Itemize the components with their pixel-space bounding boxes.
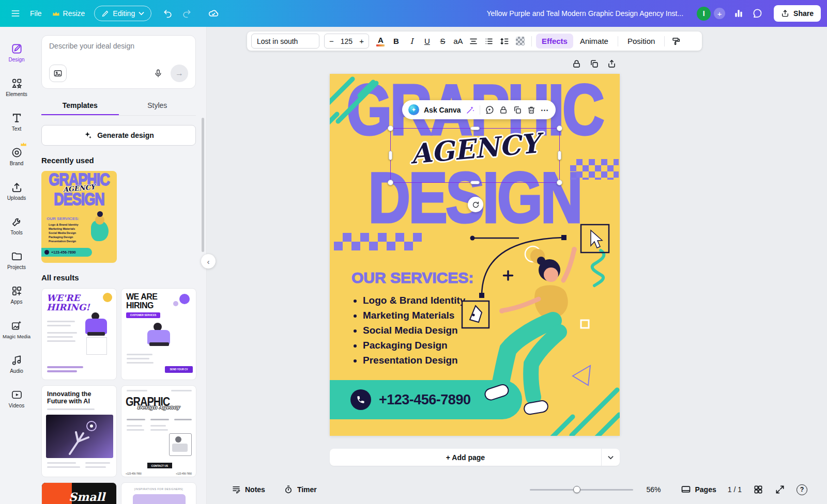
font-family-selector[interactable]: Lost in south <box>251 34 319 49</box>
font-size-value[interactable]: 125 <box>339 37 355 45</box>
text-case-button[interactable]: aA <box>451 34 465 49</box>
selection-handle-se[interactable] <box>557 180 562 185</box>
sidebar-item-audio[interactable]: Audio <box>1 348 32 381</box>
thumb-title: Innovating the Future with AI <box>47 390 109 405</box>
delete-icon[interactable] <box>527 105 536 115</box>
animate-button[interactable]: Animate <box>575 34 614 49</box>
decrease-font-button[interactable]: − <box>325 37 339 45</box>
underline-button[interactable]: U <box>420 34 434 49</box>
add-image-button[interactable] <box>49 65 67 82</box>
sidebar-item-elements[interactable]: Elements <box>1 71 32 104</box>
duplicate-page-button[interactable] <box>589 59 599 69</box>
grid-view-button[interactable] <box>753 484 763 495</box>
tab-styles[interactable]: Styles <box>119 96 196 115</box>
submit-prompt-button[interactable]: → <box>171 65 188 82</box>
template-thumbnail-hiring-1[interactable]: WE'RE HIRING! <box>41 288 117 380</box>
decor <box>127 429 144 431</box>
rotate-icon <box>472 201 480 209</box>
strikethrough-button[interactable]: S <box>436 34 450 49</box>
italic-button[interactable]: I <box>405 34 419 49</box>
template-thumbnail-inspirations[interactable]: [INSPIRATIONS FOR DESIGNERS] <box>121 482 196 504</box>
template-thumbnail-recent[interactable]: GRAPHIC DESIGN AGENCY OUR SERVICES: Logo… <box>41 171 117 263</box>
insights-button[interactable] <box>729 4 748 23</box>
template-thumbnail-ai[interactable]: Innovating the Future with AI <box>41 385 117 477</box>
transparency-button[interactable] <box>513 34 527 49</box>
tab-templates[interactable]: Templates <box>41 96 119 115</box>
selection-handle-e[interactable] <box>558 151 561 160</box>
add-member-button[interactable]: + <box>714 8 725 19</box>
resize-button[interactable]: Resize <box>47 5 90 22</box>
avatar[interactable]: I <box>697 7 711 21</box>
sidebar-item-design[interactable]: Design <box>1 36 32 69</box>
pages-button[interactable]: Pages <box>681 484 716 495</box>
zoom-track[interactable] <box>530 489 633 491</box>
duplicate-icon[interactable] <box>513 105 522 115</box>
magic-wand-icon[interactable] <box>466 105 475 115</box>
text-align-button[interactable] <box>467 34 481 49</box>
lock-page-button[interactable] <box>572 59 581 69</box>
effects-button[interactable]: Effects <box>536 34 573 49</box>
zoom-handle[interactable] <box>573 486 580 493</box>
spacing-button[interactable] <box>498 34 512 49</box>
selection-handle-nw[interactable] <box>388 125 393 131</box>
export-page-button[interactable] <box>607 59 617 69</box>
sidebar-item-brand[interactable]: Brand <box>1 140 32 173</box>
document-title[interactable]: Yellow Purple and Teal Modern Graphic De… <box>487 9 684 18</box>
divider <box>531 36 532 46</box>
template-thumbnail-bw-agency[interactable]: GRAPHIC Design Agency CONTACT US +123-45… <box>121 385 196 477</box>
design-page[interactable]: GRAPHIC DESIGN OUR SERVICES: Logo & Bran… <box>330 74 620 436</box>
sidebar-item-tools[interactable]: Tools <box>1 209 32 242</box>
selection-handle-ne[interactable] <box>557 125 562 131</box>
help-button[interactable]: ? <box>797 484 807 495</box>
sidebar-item-uploads[interactable]: Uploads <box>1 175 32 208</box>
lock-icon[interactable] <box>499 105 508 115</box>
increase-font-button[interactable]: + <box>355 37 369 45</box>
panel-scrollbar[interactable] <box>202 118 204 252</box>
list-button[interactable] <box>482 34 496 49</box>
notes-button[interactable]: Notes <box>232 485 265 494</box>
zoom-slider[interactable] <box>530 484 633 495</box>
comments-button[interactable] <box>748 4 767 23</box>
template-thumbnail-small[interactable]: Small <box>41 482 117 504</box>
share-button[interactable]: Share <box>774 5 821 22</box>
save-status-button[interactable] <box>204 4 223 23</box>
selection-box[interactable] <box>390 128 560 183</box>
editing-mode-dropdown[interactable]: Editing <box>94 6 151 21</box>
prompt-actions: → <box>49 65 188 82</box>
decor <box>127 358 149 359</box>
selection-handle-w[interactable] <box>389 151 392 160</box>
ask-canva-label[interactable]: Ask Canva <box>424 106 461 114</box>
rotate-handle[interactable] <box>468 197 483 212</box>
add-page-dropdown[interactable] <box>601 449 620 466</box>
thumb-phone: +123-456-7890 <box>51 250 76 254</box>
selection-handle-s[interactable] <box>470 181 480 184</box>
selection-handle-n[interactable] <box>470 127 480 130</box>
sidebar-item-videos[interactable]: Videos <box>1 382 32 415</box>
template-thumbnail-hiring-2[interactable]: WE ARE HIRING CUSTOMER SERVICES SEND YOU… <box>121 288 196 380</box>
undo-button[interactable] <box>159 4 177 23</box>
sidebar-item-magic-media[interactable]: Magic Media <box>1 313 32 346</box>
main-menu-button[interactable] <box>6 4 25 23</box>
design-prompt-input[interactable] <box>49 42 188 59</box>
collapse-panel-button[interactable]: ‹ <box>201 254 216 269</box>
file-menu-button[interactable]: File <box>25 5 47 22</box>
sidebar-item-apps[interactable]: Apps <box>1 278 32 311</box>
sidebar-item-text[interactable]: Text <box>1 105 32 138</box>
pages-icon <box>681 484 691 495</box>
text-color-button[interactable]: A <box>374 34 388 49</box>
timer-button[interactable]: Timer <box>284 485 317 494</box>
add-page-button[interactable]: + Add page <box>330 449 601 466</box>
fullscreen-button[interactable] <box>775 484 785 495</box>
bold-button[interactable]: B <box>389 34 403 49</box>
redo-button[interactable] <box>177 4 196 23</box>
copy-style-button[interactable] <box>669 34 683 49</box>
comment-icon <box>752 8 762 19</box>
selection-handle-sw[interactable] <box>388 180 393 185</box>
more-options-icon[interactable]: … <box>541 104 549 116</box>
position-button[interactable]: Position <box>622 34 660 49</box>
voice-input-button[interactable] <box>150 65 166 82</box>
generate-design-button[interactable]: Generate design <box>41 125 196 146</box>
comment-icon[interactable] <box>485 105 494 115</box>
sidebar-item-projects[interactable]: Projects <box>1 244 32 277</box>
zoom-percentage[interactable]: 56% <box>647 485 667 494</box>
